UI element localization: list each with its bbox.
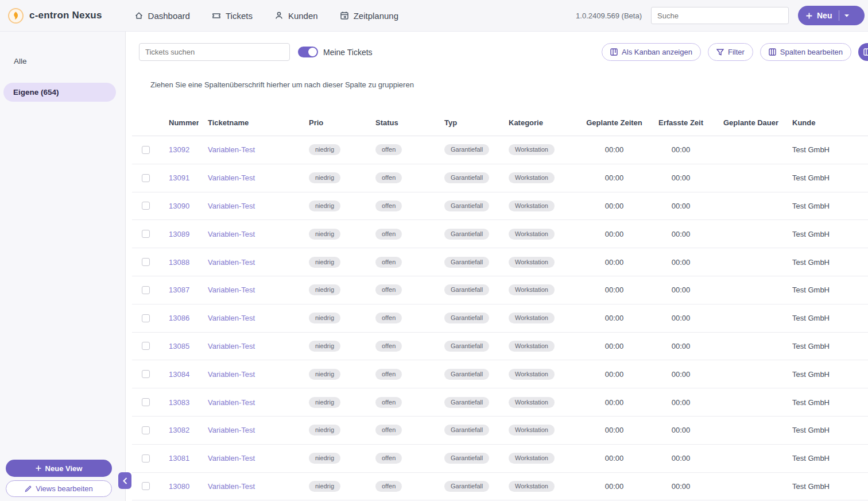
kunde-value: Test GmbH — [792, 286, 830, 294]
ticket-number-link[interactable]: 13086 — [169, 314, 189, 322]
row-checkbox[interactable] — [142, 398, 150, 406]
edit-views-button[interactable]: Views bearbeiten — [6, 480, 112, 497]
typ-badge: Garantiefall — [444, 257, 489, 268]
row-checkbox[interactable] — [142, 230, 150, 238]
ticket-name-link[interactable]: Variablen-Test — [208, 202, 255, 210]
table-row[interactable]: 13085 Variablen-Test niedrig offen Garan… — [132, 333, 868, 361]
columns-icon — [769, 48, 776, 56]
kategorie-badge: Workstation — [509, 257, 555, 268]
kategorie-badge: Workstation — [509, 313, 555, 323]
row-checkbox[interactable] — [142, 482, 150, 490]
table-row[interactable]: 13089 Variablen-Test niedrig offen Garan… — [132, 220, 868, 248]
ticket-name-link[interactable]: Variablen-Test — [208, 286, 255, 294]
row-checkbox[interactable] — [142, 314, 150, 322]
nav-dashboard-label: Dashboard — [148, 11, 190, 21]
ticket-number-link[interactable]: 13088 — [169, 258, 189, 267]
row-checkbox[interactable] — [142, 146, 150, 154]
table-row[interactable]: 13092 Variablen-Test niedrig offen Garan… — [132, 136, 868, 164]
filter-button[interactable]: Filter — [708, 43, 753, 61]
kunde-value: Test GmbH — [792, 314, 830, 322]
prio-badge: niedrig — [309, 397, 340, 408]
row-checkbox[interactable] — [142, 426, 150, 434]
more-actions-button[interactable] — [858, 43, 868, 61]
ticket-name-link[interactable]: Variablen-Test — [208, 258, 255, 267]
ticket-number-link[interactable]: 13081 — [169, 454, 189, 463]
ticket-number-link[interactable]: 13087 — [169, 286, 189, 294]
ticket-number-link[interactable]: 13091 — [169, 174, 189, 182]
prio-badge: niedrig — [309, 229, 340, 240]
ticket-number-link[interactable]: 13085 — [169, 342, 189, 350]
kategorie-badge: Workstation — [509, 425, 555, 436]
tickets-toolbar: Meine Tickets — [139, 43, 373, 61]
sidebar-item-eigene[interactable]: Eigene (654) — [3, 83, 116, 102]
column-header-typ[interactable]: Typ — [435, 118, 499, 127]
geplante-zeiten-value: 00:00 — [605, 230, 624, 238]
row-checkbox[interactable] — [142, 342, 150, 350]
ticket-number-link[interactable]: 13092 — [169, 145, 189, 154]
table-row[interactable]: 13082 Variablen-Test niedrig offen Garan… — [132, 417, 868, 445]
column-header-geplante-zeiten[interactable]: Geplante Zeiten — [581, 118, 648, 127]
kanban-view-button[interactable]: Als Kanban anzeigen — [602, 43, 701, 61]
ticket-name-link[interactable]: Variablen-Test — [208, 426, 255, 434]
geplante-zeiten-value: 00:00 — [605, 286, 624, 294]
nav-tickets[interactable]: Tickets — [212, 11, 253, 21]
ticket-name-link[interactable]: Variablen-Test — [208, 398, 255, 407]
tickets-search-input[interactable] — [139, 43, 290, 61]
new-button[interactable]: Neu — [798, 6, 865, 25]
column-header-geplante-dauer[interactable]: Geplante Dauer — [714, 118, 783, 127]
table-row[interactable]: 13083 Variablen-Test niedrig offen Garan… — [132, 388, 868, 417]
meine-tickets-toggle[interactable] — [298, 47, 318, 57]
row-checkbox[interactable] — [142, 370, 150, 378]
ticket-name-link[interactable]: Variablen-Test — [208, 342, 255, 350]
ticket-name-link[interactable]: Variablen-Test — [208, 174, 255, 182]
table-row[interactable]: 13091 Variablen-Test niedrig offen Garan… — [132, 164, 868, 192]
ticket-number-link[interactable]: 13083 — [169, 398, 189, 407]
table-row[interactable]: 13084 Variablen-Test niedrig offen Garan… — [132, 360, 868, 388]
plus-icon — [36, 465, 41, 471]
row-checkbox[interactable] — [142, 286, 150, 294]
ticket-number-link[interactable]: 13084 — [169, 370, 189, 379]
ticket-number-link[interactable]: 13090 — [169, 202, 189, 210]
column-header-nummer[interactable]: Nummer — [160, 118, 199, 127]
column-header-erfasste-zeit[interactable]: Erfasste Zeit — [648, 118, 714, 127]
ticket-name-link[interactable]: Variablen-Test — [208, 145, 255, 154]
column-header-status[interactable]: Status — [366, 118, 435, 127]
ticket-name-link[interactable]: Variablen-Test — [208, 314, 255, 322]
ticket-number-link[interactable]: 13080 — [169, 482, 189, 491]
column-header-prio[interactable]: Prio — [300, 118, 366, 127]
ticket-name-link[interactable]: Variablen-Test — [208, 230, 255, 238]
new-view-button[interactable]: Neue View — [6, 460, 112, 477]
typ-badge: Garantiefall — [444, 144, 489, 155]
filter-label: Filter — [728, 48, 745, 56]
nav-dashboard[interactable]: Dashboard — [134, 11, 190, 21]
nav-zeitplanung[interactable]: Zeitplanung — [340, 11, 398, 21]
table-row[interactable]: 13086 Variablen-Test niedrig offen Garan… — [132, 305, 868, 333]
ticket-name-link[interactable]: Variablen-Test — [208, 454, 255, 463]
sidebar-item-alle[interactable]: Alle — [14, 57, 27, 65]
table-row[interactable]: 13088 Variablen-Test niedrig offen Garan… — [132, 248, 868, 276]
table-row[interactable]: 13080 Variablen-Test niedrig offen Garan… — [132, 473, 868, 501]
row-checkbox[interactable] — [142, 174, 150, 182]
table-row[interactable]: 13081 Variablen-Test niedrig offen Garan… — [132, 445, 868, 473]
table-row[interactable]: 13090 Variablen-Test niedrig offen Garan… — [132, 192, 868, 221]
sidebar-collapse-button[interactable] — [118, 472, 131, 489]
table-row[interactable]: 13087 Variablen-Test niedrig offen Garan… — [132, 276, 868, 305]
chevron-down-icon[interactable] — [844, 14, 850, 18]
ticket-name-link[interactable]: Variablen-Test — [208, 482, 255, 491]
edit-columns-button[interactable]: Spalten bearbeiten — [760, 43, 851, 61]
column-header-kunde[interactable]: Kunde — [783, 118, 868, 127]
topbar: c-entron Nexus Dashboard Tickets Kunden … — [0, 0, 868, 32]
global-search-input[interactable] — [651, 7, 789, 24]
row-checkbox[interactable] — [142, 202, 150, 210]
row-checkbox[interactable] — [142, 258, 150, 266]
kategorie-badge: Workstation — [509, 284, 555, 295]
nav-kunden[interactable]: Kunden — [274, 11, 318, 21]
kategorie-badge: Workstation — [509, 229, 555, 240]
column-header-ticketname[interactable]: Ticketname — [199, 118, 300, 127]
ticket-number-link[interactable]: 13082 — [169, 426, 189, 434]
geplante-zeiten-value: 00:00 — [605, 314, 624, 322]
column-header-kategorie[interactable]: Kategorie — [499, 118, 581, 127]
ticket-number-link[interactable]: 13089 — [169, 230, 189, 238]
row-checkbox[interactable] — [142, 454, 150, 463]
ticket-name-link[interactable]: Variablen-Test — [208, 370, 255, 379]
